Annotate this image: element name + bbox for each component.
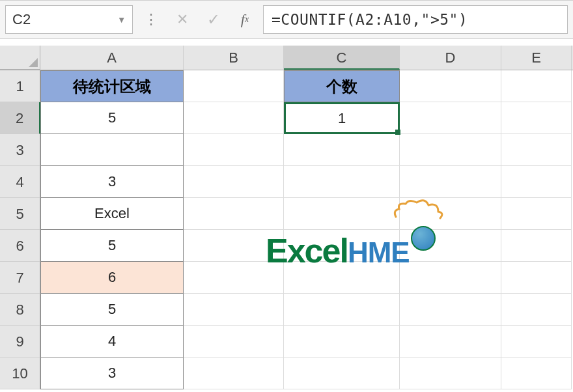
cell-D3[interactable] [400,134,501,166]
cell-D4[interactable] [400,166,501,198]
name-box-value: C2 [12,11,31,28]
col-header-A[interactable]: A [40,46,184,70]
cell-B3[interactable] [184,134,284,166]
row-header-7[interactable]: 7 [0,262,40,294]
cell-B8[interactable] [184,294,284,326]
row-3: 3 [0,134,573,166]
cell-B9[interactable] [184,326,284,357]
cell-E3[interactable] [501,134,572,166]
cell-C7[interactable] [284,262,400,294]
cell-E1[interactable] [501,70,572,102]
cell-E4[interactable] [501,166,572,198]
row-header-2[interactable]: 2 [0,102,40,134]
select-all-corner[interactable] [0,46,40,70]
cell-D2[interactable] [400,102,501,134]
row-6: 6 5 [0,230,573,262]
cell-A5[interactable]: Excel [40,198,184,230]
row-header-9[interactable]: 9 [0,326,40,357]
cell-E10[interactable] [501,357,572,389]
cell-D10[interactable] [400,357,501,389]
row-9: 9 4 [0,326,573,357]
cell-E7[interactable] [501,262,572,294]
cell-D7[interactable] [400,262,501,294]
cell-D6[interactable] [400,230,501,262]
cell-A9[interactable]: 4 [40,326,184,357]
cell-A7[interactable]: 6 [40,262,184,294]
name-box-dropdown-icon[interactable]: ▼ [117,15,126,25]
cancel-icon[interactable]: ✕ [169,5,195,34]
formula-bar: C2 ▼ ⋮ ✕ ✓ fx =COUNTIF(A2:A10,">5") [0,0,573,39]
cell-B6[interactable] [184,230,284,262]
cell-B7[interactable] [184,262,284,294]
cell-A10[interactable]: 3 [40,357,184,389]
cell-B2[interactable] [184,102,284,134]
row-7: 7 6 [0,262,573,294]
cell-C9[interactable] [284,326,400,357]
cell-E9[interactable] [501,326,572,357]
row-header-6[interactable]: 6 [0,230,40,262]
cell-D8[interactable] [400,294,501,326]
col-header-B[interactable]: B [184,46,284,70]
cell-D1[interactable] [400,70,501,102]
cell-C6[interactable] [284,230,400,262]
cell-B10[interactable] [184,357,284,389]
row-header-3[interactable]: 3 [0,134,40,166]
col-header-E[interactable]: E [501,46,572,70]
cell-A3[interactable] [40,134,184,166]
cell-A4[interactable]: 3 [40,166,184,198]
name-box[interactable]: C2 ▼ [5,5,133,34]
cell-A1[interactable]: 待统计区域 [40,70,184,102]
row-header-10[interactable]: 10 [0,357,40,389]
cell-C1[interactable]: 个数 [284,70,400,102]
row-8: 8 5 [0,294,573,326]
formula-text: =COUNTIF(A2:A10,">5") [272,11,468,28]
spreadsheet-grid: A B C D E 1 待统计区域 个数 2 5 1 3 4 3 5 [0,46,573,389]
cell-E8[interactable] [501,294,572,326]
col-header-C[interactable]: C [284,46,400,70]
row-header-5[interactable]: 5 [0,198,40,230]
cell-B1[interactable] [184,70,284,102]
fx-icon[interactable]: fx [232,5,258,34]
row-4: 4 3 [0,166,573,198]
formula-input[interactable]: =COUNTIF(A2:A10,">5") [263,5,568,34]
row-2: 2 5 1 [0,102,573,134]
divider-dots-icon: ⋮ [138,5,164,34]
cell-C8[interactable] [284,294,400,326]
row-header-8[interactable]: 8 [0,294,40,326]
cell-B5[interactable] [184,198,284,230]
cell-E6[interactable] [501,230,572,262]
row-10: 10 3 [0,357,573,389]
cell-C2[interactable]: 1 [284,102,400,134]
cell-C3[interactable] [284,134,400,166]
row-1: 1 待统计区域 个数 [0,70,573,102]
column-header-row: A B C D E [0,46,573,70]
col-header-D[interactable]: D [400,46,501,70]
cell-A2[interactable]: 5 [40,102,184,134]
row-header-1[interactable]: 1 [0,70,40,102]
cell-C10[interactable] [284,357,400,389]
row-header-4[interactable]: 4 [0,166,40,198]
cell-E5[interactable] [501,198,572,230]
cell-A8[interactable]: 5 [40,294,184,326]
cell-E2[interactable] [501,102,572,134]
cell-D9[interactable] [400,326,501,357]
cell-C5[interactable] [284,198,400,230]
enter-check-icon[interactable]: ✓ [201,5,227,34]
row-5: 5 Excel [0,198,573,230]
cell-B4[interactable] [184,166,284,198]
cell-A6[interactable]: 5 [40,230,184,262]
cell-C4[interactable] [284,166,400,198]
cell-D5[interactable] [400,198,501,230]
